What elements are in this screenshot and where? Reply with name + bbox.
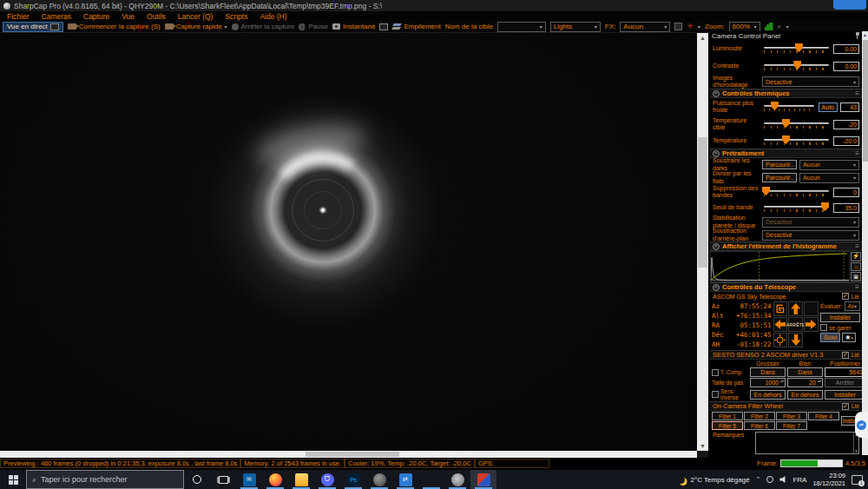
focuser-position-value[interactable]: 5643	[825, 367, 865, 377]
fine-in-button[interactable]: Dans	[787, 367, 823, 377]
volume-icon[interactable]	[779, 476, 786, 483]
reset-stretch-icon[interactable]: ○	[851, 262, 861, 272]
darks-select[interactable]: Aucun	[799, 160, 859, 170]
target-temp-value[interactable]: -20	[833, 120, 859, 129]
photoshop-app-button[interactable]: Ps	[340, 470, 366, 489]
menu-aide[interactable]: Aide (H)	[260, 12, 286, 21]
mail-app-button[interactable]: ✉	[236, 470, 262, 489]
pin-icon[interactable]	[854, 32, 860, 40]
auto-stretch-icon[interactable]: ⚡	[851, 252, 861, 261]
darks-browse-button[interactable]: Parcourir..	[762, 160, 797, 169]
cooler-power-value[interactable]: 43	[840, 102, 859, 112]
filter-3-button[interactable]: Filter 3	[776, 412, 807, 420]
cortana-button[interactable]	[184, 470, 210, 489]
panel-scrollbar[interactable]: ▲	[862, 31, 868, 455]
image-vertical-scrollbar[interactable]: ▲ ▼	[697, 33, 708, 451]
menu-fichier[interactable]: Fichier	[7, 12, 30, 21]
panel-scroll-thumb[interactable]	[863, 40, 868, 162]
slew-stop-button[interactable]: ARRÊTE	[788, 317, 803, 332]
menu-cameras[interactable]: Cameras	[42, 12, 71, 21]
filter-1-button[interactable]: Filter 1	[712, 412, 743, 420]
filter-7-button[interactable]: Filter 7	[776, 421, 807, 430]
task-view-button[interactable]	[210, 470, 236, 489]
band-threshold-value[interactable]: 35.0	[833, 203, 859, 213]
stop-capture-button[interactable]: Arrêter la capture	[232, 23, 295, 30]
center-target-button[interactable]	[773, 333, 788, 347]
filter-2-button[interactable]: Filter 2	[744, 412, 775, 420]
target-name-select[interactable]	[497, 22, 546, 32]
preprocessing-section-header[interactable]: ^ Prétraitement ≡	[710, 149, 862, 158]
flats-select[interactable]: Aucun	[799, 173, 859, 183]
capture-preview-area[interactable]	[0, 33, 697, 451]
slew-west-button[interactable]	[773, 317, 788, 332]
weather-text[interactable]: 2°C Temps dégagé	[691, 476, 750, 484]
phd2-app-button[interactable]	[444, 470, 470, 489]
notification-center-icon[interactable]: 1	[852, 475, 863, 485]
image-horizontal-scrollbar[interactable]	[0, 451, 697, 458]
flats-browse-button[interactable]: Parcourir..	[762, 173, 797, 182]
cooler-power-slider[interactable]	[762, 101, 816, 113]
collapse-icon[interactable]: ^	[713, 150, 720, 157]
language-indicator[interactable]: FRA	[792, 476, 806, 484]
telescope-linked-checkbox[interactable]	[842, 293, 849, 300]
follow-button[interactable]: Suivi	[820, 333, 840, 342]
section-menu-icon[interactable]: ≡	[855, 90, 859, 97]
collapse-icon[interactable]: ^	[713, 90, 720, 97]
live-view-button[interactable]: Vue en direct	[3, 22, 63, 32]
chevron-down-icon[interactable]: ▾	[698, 23, 700, 30]
chevron-down-icon[interactable]: ▾	[786, 23, 789, 30]
fine-step-spinner[interactable]: 20	[787, 378, 823, 387]
contrast-slider[interactable]	[762, 60, 831, 72]
filter-6-button[interactable]: Filter 6	[744, 421, 775, 430]
coarse-out-button[interactable]: En dehors	[750, 390, 786, 400]
coarse-in-button[interactable]: Dans	[750, 367, 786, 377]
histogram-icon[interactable]	[765, 23, 773, 30]
focuser-linked-checkbox[interactable]	[842, 352, 849, 359]
banding-value[interactable]: 0	[833, 188, 859, 197]
collapse-icon[interactable]: ^	[713, 243, 720, 250]
slew-north-button[interactable]	[788, 301, 803, 316]
clock[interactable]: 23:09 18/12/2021	[812, 472, 845, 488]
timestamp-select[interactable]: Désactivé	[762, 76, 859, 87]
sharpcap-app-button[interactable]	[470, 470, 496, 489]
stack-button[interactable]: Empilement	[392, 23, 440, 30]
contrast-value[interactable]: 0.00	[833, 62, 859, 71]
section-menu-icon[interactable]: ≡	[855, 150, 859, 157]
focuser-stop-button[interactable]: Arrêter	[825, 378, 865, 387]
target-temp-slider[interactable]	[762, 118, 831, 130]
teamviewer-edge-tab[interactable]: ⇄	[855, 412, 868, 438]
section-menu-icon[interactable]: ≡	[855, 284, 859, 291]
thermal-section-header[interactable]: ^ Contrôles thermiques ≡	[710, 89, 862, 98]
fine-out-button[interactable]: En dehors	[787, 390, 823, 400]
horizontal-scroll-thumb[interactable]	[306, 452, 399, 457]
focuser-install-button[interactable]: Installer	[825, 390, 865, 400]
stabilization-select[interactable]: Désactivé	[762, 217, 859, 228]
zoom-select[interactable]: 600%	[729, 22, 760, 32]
tray-status-icon[interactable]	[766, 476, 773, 483]
remarks-textarea[interactable]: ▲▼	[755, 432, 859, 454]
save-icon[interactable]: ▣	[851, 272, 861, 281]
temp-comp-checkbox[interactable]	[712, 369, 719, 376]
histogram-section-header[interactable]: ^ Afficher l'étirement de l'histogramme …	[710, 241, 862, 251]
histogram-graph[interactable]	[710, 251, 850, 282]
band-threshold-slider[interactable]	[762, 202, 831, 214]
magnifier-icon[interactable]: ⌕	[778, 23, 782, 30]
menu-capture[interactable]: Capture	[83, 12, 109, 21]
brightness-value[interactable]: 0.00	[833, 44, 859, 54]
telescope-section-header[interactable]: ^ Contrôles du Télescope ≡	[710, 282, 862, 292]
pause-button[interactable]: Pause	[299, 23, 328, 30]
filterwheel-linked-checkbox[interactable]	[842, 403, 849, 410]
snapshot-button[interactable]: Instantané	[332, 23, 375, 30]
scroll-up-icon[interactable]: ▲	[862, 31, 868, 38]
menu-scripts[interactable]: Scripts	[225, 12, 247, 21]
scroll-up-icon[interactable]: ▲	[697, 33, 708, 43]
firefox-app-button[interactable]	[262, 470, 288, 489]
discord-app-button[interactable]: ᗜ	[314, 470, 340, 489]
menu-outils[interactable]: Outils	[147, 12, 166, 21]
filter-4-button[interactable]: Filter 4	[808, 412, 839, 420]
filter-5-button[interactable]: Filter 5	[712, 421, 743, 430]
spiral-search-button[interactable]	[773, 301, 788, 316]
quick-capture-button[interactable]: Capture rapide▾	[165, 23, 227, 30]
slew-east-button[interactable]	[804, 317, 819, 332]
slew-south-button[interactable]	[788, 333, 803, 347]
